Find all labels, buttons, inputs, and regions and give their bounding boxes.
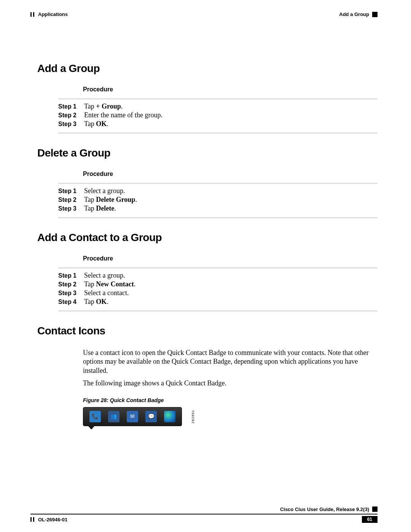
procedure-label: Procedure [83,171,378,177]
contacts-icon[interactable]: 👥 [108,411,119,422]
step-label: Step 1 [58,103,84,110]
step-text: Enter the name of the group. [84,111,162,119]
step-row: Step 2 Tap Delete Group. [58,196,378,204]
step-row: Step 3 Tap OK. [58,120,378,128]
heading-delete-a-group: Delete a Group [37,147,378,159]
page-number: 61 [362,516,378,523]
step-label: Step 1 [58,188,84,195]
step-row: Step 1 Select a group. [58,272,378,280]
footer-docnum: OL-26946-01 [38,517,67,522]
rule [58,183,378,184]
header-left: Applications [30,11,68,17]
rule [58,310,378,312]
section-marker-icon [372,12,378,17]
heading-add-a-group: Add a Group [37,62,378,75]
step-text: Tap Delete Group. [84,196,137,204]
step-text: Select a contact. [84,289,129,297]
rule [58,98,378,99]
header-section: Add a Group [339,11,369,17]
mail-icon[interactable]: ✉ [127,411,138,422]
step-text: Select a group. [84,272,125,280]
step-text: Tap OK. [84,120,108,128]
procedure-label: Procedure [83,255,378,262]
chat-icon[interactable]: 💬 [145,411,157,422]
step-row: Step 1 Tap + Group. [58,102,378,110]
contact-icons-para1: Use a contact icon to open the Quick Con… [83,348,378,375]
step-label: Step 2 [58,281,84,288]
procedure-label: Procedure [83,86,378,93]
rule [58,217,378,218]
rule [58,267,378,268]
heading-add-contact-to-group: Add a Contact to a Group [37,232,378,244]
chapter-marker-icon [30,12,34,17]
step-label: Step 2 [58,197,84,203]
steps-add-group: Step 1 Tap + Group. Step 2 Enter the nam… [58,102,378,128]
header-chapter: Applications [38,11,68,17]
footer-product-row: Cisco Cius User Guide, Release 9.2(3) [30,506,378,512]
step-row: Step 2 Tap New Contact. [58,280,378,288]
step-row: Step 4 Tap OK. [58,298,378,306]
footer-product: Cisco Cius User Guide, Release 9.2(3) [280,506,369,512]
step-text: Tap New Contact. [84,280,135,288]
steps-add-contact: Step 1 Select a group. Step 2 Tap New Co… [58,272,378,306]
footer-marker-icon [372,506,378,512]
step-text: Tap OK. [84,298,108,306]
footer-right: 61 [359,516,378,523]
step-label: Step 3 [58,290,84,297]
footer-rule [30,514,378,514]
quick-contact-badge: 📞 👥 ✉ 💬 [83,407,182,426]
step-row: Step 3 Select a contact. [58,289,378,297]
step-label: Step 3 [58,121,84,128]
heading-contact-icons: Contact Icons [37,325,378,337]
step-text: Select a group. [84,187,125,195]
docnum-marker-icon [30,517,34,522]
header-right: Add a Group [339,11,378,17]
step-row: Step 3 Tap Delete. [58,204,378,212]
rule [58,133,378,134]
step-text: Tap + Group. [84,102,123,110]
figure-id: 282891 [190,407,196,426]
step-text: Tap Delete. [84,204,116,212]
contact-icons-para2: The following image shows a Quick Contac… [83,379,378,388]
step-row: Step 2 Enter the name of the group. [58,111,378,119]
steps-delete-group: Step 1 Select a group. Step 2 Tap Delete… [58,187,378,212]
step-label: Step 3 [58,205,84,212]
step-label: Step 4 [58,299,84,305]
step-label: Step 1 [58,272,84,279]
figure-caption: Figure 28: Quick Contact Badge [83,397,378,403]
step-row: Step 1 Select a group. [58,187,378,195]
phone-icon[interactable]: 📞 [89,411,101,422]
globe-icon[interactable] [164,411,175,422]
step-label: Step 2 [58,112,84,119]
footer-left: OL-26946-01 [30,517,67,522]
